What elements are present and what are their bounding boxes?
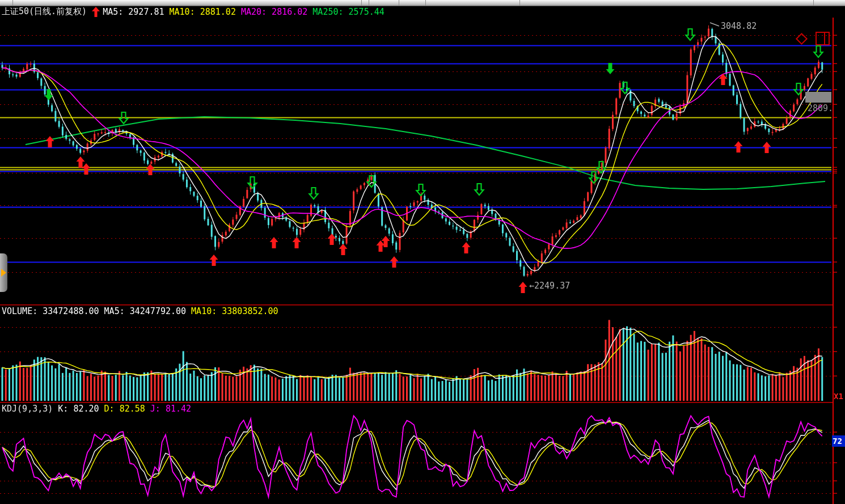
high-price-label: 3048.82 bbox=[721, 21, 757, 31]
split-window-icon-bar bbox=[824, 33, 825, 44]
kdj-j-label: J: 81.42 bbox=[150, 404, 191, 414]
last-price-label: 2809. bbox=[808, 103, 833, 113]
panel-expand-handle[interactable] bbox=[0, 253, 7, 292]
volume-ma5-label: MA5: 34247792.00 bbox=[104, 306, 187, 316]
topbar-separator bbox=[425, 0, 426, 6]
up-arrow-icon bbox=[92, 7, 100, 17]
kdj-k-label: K: 82.20 bbox=[58, 404, 99, 414]
topbar-separator bbox=[519, 0, 520, 6]
main-chart-header: 上证50(日线.前复权) MA5: 2927.81 MA10: 2881.02 … bbox=[2, 6, 390, 17]
diamond-icon[interactable] bbox=[796, 33, 808, 45]
low-price-label: ←2249.37 bbox=[529, 281, 570, 291]
topbar-separator bbox=[361, 0, 362, 6]
ma20-label: MA20: 2816.02 bbox=[241, 7, 307, 17]
ma10-label: MA10: 2881.02 bbox=[170, 7, 236, 17]
ma5-label: MA5: 2927.81 bbox=[103, 7, 164, 17]
volume-ma10-label: MA10: 33803852.00 bbox=[191, 306, 278, 316]
volume-scale-label: X1 bbox=[834, 392, 843, 401]
window-topbar bbox=[0, 0, 845, 6]
topbar-separator bbox=[399, 0, 399, 6]
volume-label: VOLUME: 33472488.00 bbox=[2, 306, 99, 316]
topbar-separator bbox=[813, 0, 814, 6]
ma250-label: MA250: 2575.44 bbox=[312, 7, 384, 17]
kdj-title[interactable]: KDJ(9,3,3) bbox=[2, 404, 53, 414]
topbar-separator bbox=[12, 0, 13, 6]
split-window-icon[interactable] bbox=[816, 32, 830, 45]
last-price-marker bbox=[805, 92, 831, 103]
chart-canvas[interactable] bbox=[0, 0, 845, 504]
kdj-value-badge: 72 bbox=[832, 435, 845, 447]
volume-header: VOLUME: 33472488.00 MA5: 34247792.00 MA1… bbox=[2, 306, 284, 316]
kdj-header: KDJ(9,3,3) K: 82.20 D: 82.58 J: 81.42 bbox=[2, 404, 196, 414]
kdj-d-label: D: 82.58 bbox=[104, 404, 145, 414]
instrument-title[interactable]: 上证50(日线.前复权) bbox=[2, 6, 87, 17]
right-triangle-icon bbox=[1, 269, 6, 277]
topbar-separator bbox=[369, 0, 369, 6]
corner-toolbar bbox=[794, 31, 834, 47]
